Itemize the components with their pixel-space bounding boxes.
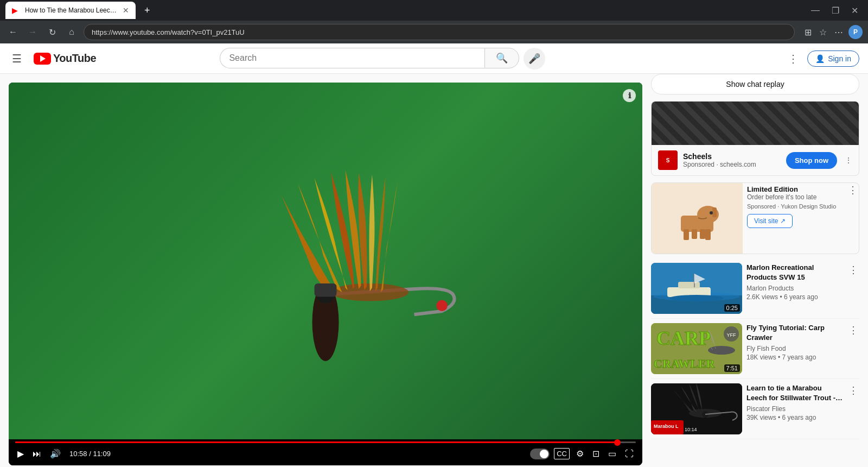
scheels-ad-card: S Scheels Sponsored · scheels.com Shop n… [651, 101, 859, 176]
fullscreen-button[interactable]: ⛶ [623, 447, 636, 461]
captions-button[interactable]: CC [554, 448, 570, 459]
back-button[interactable]: ← [5, 24, 21, 40]
address-input[interactable] [84, 24, 795, 40]
svg-text:CARP: CARP [656, 327, 711, 349]
ad-item-more-button[interactable]: ⋮ [847, 183, 859, 197]
svg-point-18 [669, 295, 724, 301]
related-meta-3: 39K views • 6 years ago [746, 414, 843, 421]
tab-title: How to Tie the Marabou Leech-A [25, 7, 118, 14]
video-controls: ▶ ⏭ 🔊 10:58 / 11:09 CC ⚙ ⊡ ▭ [9, 439, 642, 465]
more-options-button[interactable]: ⋮ [784, 49, 802, 68]
restore-button[interactable]: ❐ [827, 3, 844, 18]
related-age-2: 7 years ago [782, 354, 816, 361]
visit-site-button[interactable]: Visit site ↗ [747, 214, 793, 228]
related-channel-3: Piscator Flies [746, 405, 843, 413]
more-tools-icon[interactable]: ⋯ [832, 25, 845, 40]
header-right: ⋮ 👤 Sign in [784, 49, 859, 68]
related-info-1: Marlon Recreational Products SVW 15 Marl… [746, 263, 843, 314]
svg-rect-4 [315, 283, 337, 296]
svg-text:YFF: YFF [727, 332, 737, 338]
related-more-2[interactable]: ⋮ [847, 323, 859, 337]
sign-in-button[interactable]: 👤 Sign in [807, 51, 859, 67]
miniplayer-button[interactable]: ⊡ [590, 446, 602, 461]
ad-banner [652, 102, 859, 145]
person-icon: 👤 [815, 54, 825, 63]
time-display: 10:58 / 11:09 [69, 450, 111, 458]
related-video-3[interactable]: Marabou L 10:14 10:14 Learn to tie a Mar… [651, 379, 859, 439]
svg-text:10:14: 10:14 [685, 427, 697, 432]
fly-illustration [104, 136, 547, 386]
ad-more-button[interactable]: ⋮ [845, 156, 852, 165]
toy-illustration [670, 194, 724, 243]
related-views-1: 2.6K views [746, 293, 778, 301]
browser-tab[interactable]: ▶ How to Tie the Marabou Leech-A ✕ [5, 2, 136, 19]
forward-button[interactable]: → [25, 24, 40, 40]
address-bar-row: ← → ↻ ⌂ ⊞ ☆ ⋯ P [0, 21, 868, 43]
svg-point-22 [708, 346, 735, 355]
svg-text:CRAWLER: CRAWLER [654, 357, 716, 370]
video-info-button[interactable]: ℹ [623, 89, 636, 102]
related-age-3: 6 years ago [782, 414, 816, 421]
related-info-3: Learn to tie a Marabou Leech for Stillwa… [746, 383, 843, 434]
miniplayer-toggle[interactable] [530, 449, 550, 459]
related-more-3[interactable]: ⋮ [847, 383, 859, 397]
ad-info: Scheels Sponsored · scheels.com [683, 152, 781, 168]
browser-chrome: ▶ How to Tie the Marabou Leech-A ✕ + — ❐… [0, 0, 868, 21]
mic-icon: 🎤 [528, 53, 540, 65]
minimize-button[interactable]: — [807, 3, 824, 17]
theater-button[interactable]: ▭ [606, 446, 618, 461]
related-title-1: Marlon Recreational Products SVW 15 [746, 263, 843, 282]
search-input[interactable] [220, 48, 484, 68]
youtube-header: ☰ YouTube 🔍 🎤 ⋮ 👤 Sign in [0, 43, 868, 74]
ad-brand-name: Scheels [683, 152, 781, 161]
sidebar: Show chat replay S Scheels Sponsored · s… [651, 74, 868, 467]
volume-button[interactable]: 🔊 [48, 446, 63, 461]
related-thumb-2: CARP CRAWLER YFF 7:51 [651, 323, 742, 374]
new-tab-button[interactable]: + [140, 3, 155, 18]
ad-item-thumbnail [652, 183, 743, 254]
browser-toolbar-icons: ⊞ ☆ ⋯ P [802, 25, 863, 40]
chat-replay-button[interactable]: Show chat replay [651, 74, 859, 94]
favicon-icon: ▶ [12, 6, 21, 15]
controls-row: ▶ ⏭ 🔊 10:58 / 11:09 CC ⚙ ⊡ ▭ [15, 446, 636, 461]
favorites-icon[interactable]: ☆ [817, 25, 829, 40]
close-button[interactable]: ✕ [847, 3, 863, 18]
svg-rect-6 [684, 229, 689, 240]
ad-item-sponsored: Sponsored · Yukon Design Studio [747, 203, 847, 210]
svg-text:Marabou L: Marabou L [654, 424, 679, 429]
related-dot-1: • [780, 293, 784, 301]
extensions-icon[interactable]: ⊞ [802, 25, 814, 40]
related-video-1[interactable]: 0:25 Marlon Recreational Products SVW 15… [651, 258, 859, 319]
svg-point-2 [436, 300, 447, 311]
voice-search-button[interactable]: 🎤 [524, 48, 545, 70]
profile-icon[interactable]: P [848, 25, 863, 39]
progress-fill [15, 441, 617, 443]
home-button[interactable]: ⌂ [64, 24, 79, 40]
search-icon: 🔍 [496, 52, 508, 64]
play-button[interactable]: ▶ [15, 446, 26, 461]
youtube-logo[interactable]: YouTube [34, 52, 96, 65]
related-more-1[interactable]: ⋮ [847, 263, 859, 277]
related-channel-2: Fly Fish Food [746, 345, 843, 352]
related-age-1: 6 years ago [784, 293, 818, 301]
video-player[interactable]: ℹ ▶ ⏭ 🔊 10:58 / 11:09 [9, 83, 642, 465]
next-button[interactable]: ⏭ [30, 447, 43, 461]
ad-body: S Scheels Sponsored · scheels.com Shop n… [652, 145, 859, 175]
related-title-2: Fly Tying Tutorial: Carp Crawler [746, 323, 843, 343]
youtube-logo-text: YouTube [53, 52, 96, 65]
search-button[interactable]: 🔍 [484, 48, 519, 68]
ad-item-title: Limited Edition [747, 185, 847, 193]
toggle-thumb [540, 450, 548, 458]
thumb-duration-1: 0:25 [724, 304, 740, 312]
shop-now-button[interactable]: Shop now [786, 152, 837, 169]
refresh-button[interactable]: ↻ [44, 24, 60, 40]
related-dot-3: • [778, 414, 782, 421]
menu-button[interactable]: ☰ [9, 49, 25, 68]
tab-close-button[interactable]: ✕ [123, 6, 129, 15]
svg-rect-7 [705, 229, 711, 240]
settings-button[interactable]: ⚙ [574, 446, 586, 461]
progress-bar[interactable] [15, 441, 636, 443]
search-container: 🔍 🎤 [220, 48, 545, 70]
related-video-2[interactable]: CARP CRAWLER YFF 7:51 Fly Tying Tuto [651, 319, 859, 379]
marabou-thumbnail: Marabou L 10:14 [651, 383, 742, 434]
